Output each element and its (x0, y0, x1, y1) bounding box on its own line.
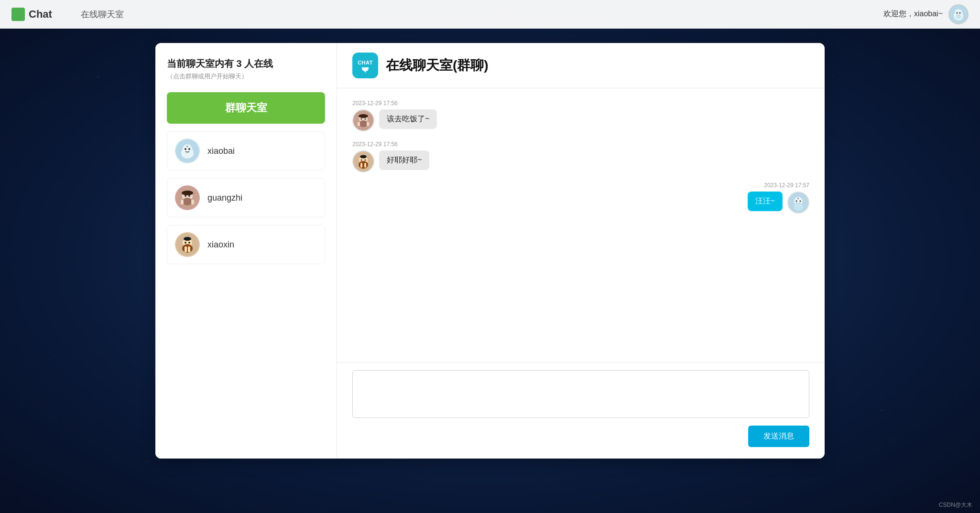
sidebar-header: 当前聊天室内有 3 人在线 （点击群聊或用户开始聊天） (167, 57, 325, 81)
message-input[interactable] (352, 370, 809, 418)
svg-point-5 (956, 15, 961, 19)
svg-point-47 (800, 201, 801, 202)
svg-point-46 (796, 201, 797, 202)
navbar-logo: Chat (11, 8, 52, 21)
msg-bubble-1: 该去吃饭了~ (379, 109, 437, 129)
logo-text: Chat (29, 8, 52, 21)
chat-icon-text: CHAT (358, 60, 373, 66)
avatar-guangzhi (175, 185, 200, 210)
chat-send-row: 发送消息 (352, 426, 809, 447)
svg-point-31 (365, 118, 366, 120)
msg-bubble-3: 汪汪~ (748, 192, 783, 211)
chat-icon: CHAT (352, 53, 378, 78)
watermark: CSDN@大木 (939, 501, 972, 509)
svg-point-9 (185, 148, 186, 150)
svg-point-24 (182, 244, 193, 253)
message-content-3: 汪汪~ (748, 192, 809, 214)
chat-header: CHAT 在线聊天室(群聊) (337, 43, 825, 88)
message-time-2: 2023-12-29 17:56 (352, 141, 809, 148)
svg-rect-18 (191, 200, 194, 204)
navbar-page-title: 在线聊天室 (81, 9, 124, 20)
message-row-3: 2023-12-29 17:57 汪汪~ (352, 182, 809, 214)
sidebar-item-guangzhi[interactable]: guangzhi (167, 178, 325, 217)
svg-point-41 (359, 161, 368, 169)
sidebar-item-xiaobai[interactable]: xiaobai (167, 131, 325, 171)
navbar-avatar (948, 4, 969, 24)
svg-rect-26 (185, 246, 187, 252)
message-content-1: 该去吃饭了~ (352, 109, 809, 131)
logo-icon (11, 8, 25, 21)
avatar-xiaobai (175, 139, 200, 163)
svg-point-49 (794, 203, 803, 211)
svg-rect-17 (181, 200, 184, 204)
msg-avatar-guangzhi (352, 109, 374, 131)
chat-messages: 2023-12-29 17:56 (337, 88, 825, 362)
svg-point-16 (183, 198, 192, 205)
main-container: 当前聊天室内有 3 人在线 （点击群聊或用户开始聊天） 群聊天室 xiaobai (155, 43, 825, 459)
svg-point-39 (365, 160, 366, 161)
msg-bubble-2: 好耶好耶~ (379, 150, 429, 170)
navbar-welcome: 欢迎您，xiaobai~ (883, 9, 943, 19)
group-chat-button[interactable]: 群聊天室 (167, 92, 325, 124)
user-name-xiaoxin: xiaoxin (207, 240, 234, 250)
svg-point-32 (359, 114, 368, 118)
msg-avatar-xiaobai-self (787, 192, 809, 214)
svg-rect-43 (364, 163, 366, 168)
user-name-xiaobai: xiaobai (207, 146, 235, 156)
svg-rect-27 (188, 246, 190, 252)
message-time-3: 2023-12-29 17:57 (764, 182, 809, 189)
send-button[interactable]: 发送消息 (748, 426, 809, 447)
svg-line-11 (187, 146, 187, 147)
navbar-right: 欢迎您，xiaobai~ (883, 4, 969, 24)
avatar-xiaoxin (175, 232, 200, 257)
navbar: Chat 在线聊天室 欢迎您，xiaobai~ (0, 0, 980, 29)
svg-point-23 (188, 242, 190, 244)
svg-rect-34 (358, 122, 360, 126)
sidebar-hint: （点击群聊或用户开始聊天） (167, 72, 325, 81)
svg-point-40 (360, 155, 367, 159)
sidebar-item-xiaoxin[interactable]: xiaoxin (167, 225, 325, 264)
chat-icon-inner: CHAT (358, 60, 373, 71)
message-row-2: 2023-12-29 17:56 (352, 141, 809, 172)
svg-rect-42 (360, 163, 362, 168)
chat-panel: CHAT 在线聊天室(群聊) 2023-12-29 17:56 (337, 43, 825, 459)
svg-point-4 (959, 12, 961, 13)
message-content-2: 好耶好耶~ (352, 150, 809, 172)
svg-point-25 (184, 237, 191, 241)
chat-room-title: 在线聊天室(群聊) (386, 56, 489, 75)
svg-rect-35 (367, 122, 369, 126)
svg-point-33 (359, 120, 368, 127)
svg-point-38 (361, 160, 362, 161)
message-row-1: 2023-12-29 17:56 (352, 100, 809, 131)
msg-avatar-xiaoxin (352, 150, 374, 172)
svg-point-30 (361, 118, 362, 120)
svg-point-22 (185, 242, 186, 244)
svg-point-3 (957, 12, 958, 13)
chat-input-area: 发送消息 (337, 362, 825, 459)
svg-point-19 (182, 191, 193, 195)
sidebar: 当前聊天室内有 3 人在线 （点击群聊或用户开始聊天） 群聊天室 xiaobai (155, 43, 337, 459)
sidebar-online-count: 当前聊天室内有 3 人在线 (167, 57, 325, 70)
message-time-1: 2023-12-29 17:56 (352, 100, 809, 107)
svg-point-10 (188, 148, 190, 150)
user-name-guangzhi: guangzhi (207, 193, 242, 203)
svg-line-48 (798, 198, 798, 199)
